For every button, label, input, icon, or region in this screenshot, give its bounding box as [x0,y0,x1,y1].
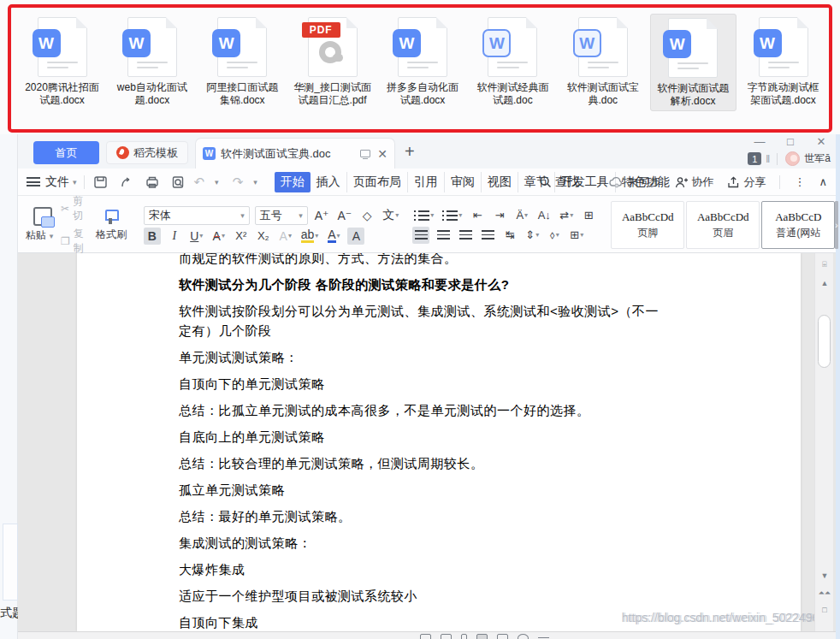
ribbon-tab-视图[interactable]: 视图 [482,172,518,192]
tab-docer-templates[interactable]: 稻壳模板 [106,141,188,164]
italic-button[interactable]: I [166,228,183,245]
style-item[interactable]: AaBbCcD普通(网站 [761,201,835,249]
save-icon[interactable] [93,175,108,189]
justify-button[interactable] [479,227,496,244]
customize-toolbar-icon[interactable]: ▾ [253,178,257,186]
strikethrough-button[interactable]: A▾ [210,228,228,245]
line-spacing-button[interactable]: ⇕▾ [524,227,541,244]
redo-icon[interactable]: ↷ [233,175,244,190]
character-shading-button[interactable]: A [347,228,364,245]
bold-button[interactable]: B [144,228,161,245]
increase-indent-icon[interactable]: ⇥ [491,207,508,224]
highlight-color-button[interactable]: ab▾ [299,228,321,245]
paragraph: 集成测试的测试策略： [179,533,668,553]
paste-button[interactable]: 粘贴▾ [25,207,61,243]
style-item[interactable]: AaBbCcDd页脚 [611,201,684,249]
print-icon[interactable] [145,175,160,189]
export-icon[interactable] [119,175,133,189]
file-explorer-strip: W2020腾讯社招面 试题.docxWweb自动化面试 题.docxW阿里接口面… [0,0,840,134]
paragraph: 软件测试按阶段划分可以分为单元测试、集成测试、系统测试和<验收测试>（不一定有）… [179,301,668,340]
style-item[interactable]: AaBbCcDd页眉 [686,201,760,249]
chevron-down-icon[interactable]: ▾ [73,178,77,186]
document-page[interactable]: 而规定的软件测试的原则、方式、方法的集合。软件测试分为几个阶段 各阶段的测试策略… [77,253,801,631]
previous-page-icon[interactable]: ⏶⏶ [815,589,834,598]
separate-window-icon[interactable] [360,150,370,157]
table-tool-icon[interactable]: ⊞ [580,207,597,224]
pinyin-guide-button[interactable]: 文▾ [381,207,400,224]
decrease-indent-icon[interactable]: ⇤ [469,207,486,224]
underline-button[interactable]: U▾ [188,228,205,245]
new-tab-button[interactable]: + [405,142,415,162]
sort-button[interactable]: A↓ [535,207,553,224]
browse-object-icon[interactable]: □ [815,606,834,614]
close-button[interactable]: ✕ [812,135,831,148]
enclose-characters-button[interactable]: A▾ [277,228,294,245]
scroll-up-icon[interactable]: ▲ [815,279,834,287]
ribbon-tab-引用[interactable]: 引用 [408,172,445,192]
vertical-scrollbar[interactable]: ⌹ ▲ ▼ ⏶⏶ □ [814,253,833,631]
wps-window: 首页 稻壳模板 W 软件测试面试宝典.doc ✕ + — □ ✕ 1 ‖ [18,134,836,639]
cut-button[interactable]: ✂剪切 [61,194,91,223]
copy-button[interactable]: ❐复制 [61,227,91,256]
collapse-ribbon-icon[interactable]: ∧ [819,175,827,188]
format-painter-button[interactable]: 格式刷 [91,208,131,242]
text-direction-button[interactable]: Ä▾ [513,207,530,224]
tab-bar: 首页 稻壳模板 W 软件测试面试宝典.doc ✕ + — □ ✕ 1 ‖ [18,134,836,169]
distribute-button[interactable]: ↹ [501,227,518,244]
share-button[interactable]: 分享 [727,175,766,190]
collaborate-label: 协作 [691,175,713,190]
paste-label: 粘贴 [26,229,46,241]
grow-font-button[interactable]: A⁺ [313,207,331,224]
shrink-font-button[interactable]: A⁻ [336,207,354,224]
show-marks-button[interactable]: ⇄▾ [558,207,575,224]
superscript-button[interactable]: X² [233,228,250,245]
ruler-toggle-icon[interactable]: ⌹ [815,260,834,269]
shading-button[interactable]: ⬨▾ [546,227,563,244]
scrollbar-thumb[interactable] [818,315,831,368]
subscript-button[interactable]: X₂ [255,228,272,245]
align-left-button[interactable] [412,227,429,244]
tab-home[interactable]: 首页 [33,141,99,164]
minimize-button[interactable]: — [750,135,769,148]
message-count-badge[interactable]: 1 [748,152,761,165]
font-name-value: 宋体 [149,208,171,223]
person-plus-icon [674,176,688,188]
paragraph: 总结：比孤立单元测试的成本高很多，不是单元测试的一个好的选择。 [179,400,668,420]
maximize-button[interactable]: □ [781,135,800,148]
menu-right-cluster: 未同步 协作 分享 ⋮ ∧ [609,175,827,190]
bullet-list-button[interactable]: ▾ [412,207,435,224]
undo-dropdown-icon[interactable]: ▾ [215,178,219,186]
more-menu-icon[interactable]: ⋮ [794,175,805,188]
print-preview-icon[interactable] [171,175,186,189]
user-avatar[interactable] [785,151,800,166]
tab-document[interactable]: W 软件测试面试宝典.doc ✕ [195,138,395,169]
clear-format-icon[interactable]: ◇ [358,207,376,224]
style-sample: AaBbCcDd [697,210,749,224]
ribbon-tab-页面布局[interactable]: 页面布局 [347,172,408,192]
search-icon [539,175,552,188]
ribbon-tab-审阅[interactable]: 审阅 [445,172,482,192]
file-menu-button[interactable]: 文件 [45,175,69,190]
align-center-button[interactable] [435,227,452,244]
collaborate-button[interactable]: 协作 [674,175,713,190]
borders-button[interactable]: ⊞▾ [568,227,585,244]
share-icon [727,176,740,188]
ribbon-tab-开始[interactable]: 开始 [275,172,311,192]
scroll-down-icon[interactable]: ▼ [815,571,834,580]
numbered-list-button[interactable]: ▾ [441,207,464,224]
window-controls: — □ ✕ [750,135,831,148]
status-view-icons[interactable] [420,634,549,639]
font-name-select[interactable]: 宋体▾ [144,206,250,225]
tab-close-icon[interactable]: ✕ [377,148,387,160]
sync-status[interactable]: 未同步 [609,175,660,190]
ribbon-tab-插入[interactable]: 插入 [311,172,347,192]
styles-more-button[interactable]: › [835,201,837,249]
align-right-button[interactable] [457,227,474,244]
font-size-value: 五号 [260,208,282,223]
undo-icon[interactable]: ↶ [194,175,205,190]
find-button[interactable]: 查找 [539,175,579,190]
divider [777,153,778,165]
font-size-select[interactable]: 五号▾ [255,206,308,225]
hamburger-icon[interactable] [27,177,40,186]
font-color-button[interactable]: A▾ [325,228,342,245]
